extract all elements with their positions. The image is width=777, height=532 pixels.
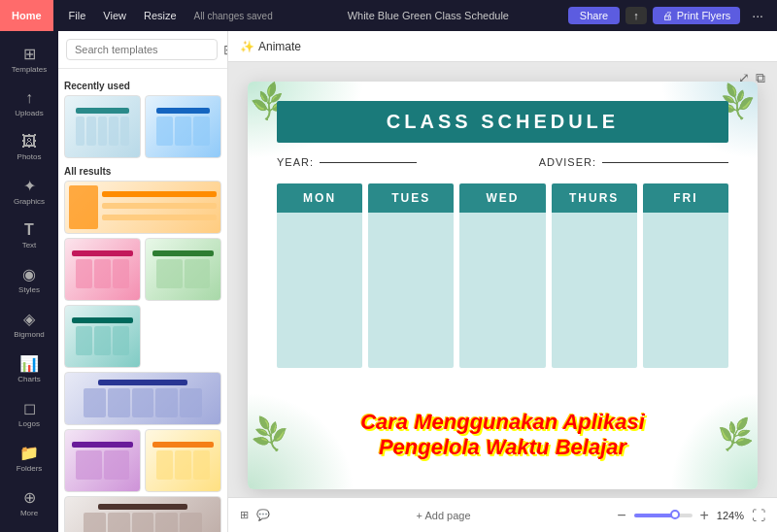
- more-icon: ⊕: [23, 488, 36, 507]
- bottom-left: ⊞ 💬: [240, 509, 270, 521]
- sidebar-item-bigmond[interactable]: ◈ Bigmond: [3, 304, 55, 345]
- template-thumb-9[interactable]: [145, 429, 221, 492]
- animate-label: Animate: [258, 40, 301, 53]
- home-button[interactable]: Home: [0, 0, 53, 31]
- zoom-thumb: [670, 510, 680, 519]
- day-header-fri: FRI: [643, 183, 728, 213]
- menu-changes: All changes saved: [186, 11, 281, 21]
- photos-icon: 🖼: [21, 133, 37, 150]
- day-col-fri: FRI: [643, 183, 728, 368]
- charts-icon: 📊: [19, 354, 39, 373]
- sidebar-item-graphics[interactable]: ✦ Graphics: [3, 171, 55, 212]
- sidebar-item-photos[interactable]: 🖼 Photos: [3, 127, 55, 167]
- template-thumb-5[interactable]: [145, 238, 221, 301]
- top-menu: File View Resize All changes saved: [53, 10, 288, 21]
- sidebar-label-graphics: Graphics: [14, 197, 45, 206]
- menu-resize[interactable]: Resize: [136, 10, 185, 21]
- sidebar-item-more[interactable]: ⊕ More: [3, 482, 55, 523]
- topbar: Home File View Resize All changes saved …: [0, 0, 777, 31]
- schedule-grid: MON TUES WED THURS: [277, 183, 728, 368]
- overlay-text: Cara Menggunakan Aplikasi Pengelola Wakt…: [267, 410, 738, 460]
- sidebar-item-logos[interactable]: ◻ Logos: [3, 393, 55, 434]
- adviser-meta: ADVISER:: [539, 156, 728, 168]
- template-thumb-10[interactable]: [64, 496, 221, 532]
- zoom-in-button[interactable]: +: [700, 507, 709, 524]
- sidebar-label-text: Text: [22, 241, 37, 249]
- logos-icon: ◻: [23, 399, 36, 417]
- sidebar-label-uploads: Uploads: [15, 109, 43, 117]
- adviser-line: [602, 162, 728, 163]
- share-button[interactable]: Share: [568, 7, 620, 24]
- all-results-grid: [64, 181, 221, 532]
- template-thumb-1[interactable]: [64, 95, 141, 158]
- bottom-bar: ⊞ 💬 + Add page − + 124% ⛶: [228, 497, 777, 532]
- template-thumb-6[interactable]: [64, 305, 141, 368]
- upload-button[interactable]: ↑: [625, 7, 647, 24]
- template-thumb-8[interactable]: [64, 429, 141, 492]
- sidebar-item-text[interactable]: T Text: [3, 216, 55, 255]
- sidebar-item-folders[interactable]: 📁 Folders: [3, 438, 55, 479]
- all-results-label: All results: [64, 166, 221, 177]
- day-col-tues: TUES: [368, 183, 454, 368]
- overlay-line1: Cara Menggunakan Aplikasi: [267, 410, 738, 435]
- more-options-button[interactable]: ···: [746, 8, 769, 23]
- schedule-card: 🌿 🌿 🌿 🌿 CLASS SCHEDULE YEAR: ADVISER:: [248, 82, 758, 489]
- zoom-slider[interactable]: [634, 514, 693, 517]
- template-thumb-7[interactable]: [64, 372, 221, 425]
- sidebar-label-logos: Logos: [18, 419, 40, 428]
- templates-panel: ⊟ Recently used: [58, 31, 228, 532]
- notes-icon: 💬: [256, 509, 270, 521]
- day-body-thurs: [552, 213, 637, 368]
- day-col-thurs: THURS: [552, 183, 637, 368]
- zoom-out-button[interactable]: −: [617, 507, 625, 524]
- main-layout: ⊞ Templates ↑ Uploads 🖼 Photos ✦ Graphic…: [0, 31, 777, 532]
- bigmond-icon: ◈: [23, 310, 35, 328]
- fullscreen-button[interactable]: ⛶: [752, 508, 765, 523]
- sidebar-item-uploads[interactable]: ↑ Uploads: [3, 83, 55, 123]
- templates-icon: ⊞: [23, 45, 36, 63]
- template-thumb-2[interactable]: [145, 95, 221, 158]
- menu-file[interactable]: File: [61, 10, 94, 21]
- home-label: Home: [12, 10, 42, 21]
- canvas-toolbar: ✨ Animate: [228, 31, 777, 62]
- template-thumb-3[interactable]: [64, 181, 221, 234]
- day-body-wed: [459, 213, 545, 368]
- printer-icon: 🖨: [662, 10, 673, 21]
- canvas-area: ✨ Animate ⤢ ⧉ 🌿 🌿 🌿 🌿 CLASS S: [228, 31, 777, 532]
- document-title: White Blue Green Class Schedule: [288, 10, 568, 21]
- sidebar-label-templates: Templates: [12, 65, 47, 74]
- print-flyers-button[interactable]: 🖨 Print Flyers: [653, 7, 741, 24]
- sidebar-label-more: More: [20, 509, 38, 517]
- year-line: [320, 162, 417, 163]
- menu-view[interactable]: View: [95, 10, 134, 21]
- sidebar-item-templates[interactable]: ⊞ Templates: [3, 39, 55, 80]
- sidebar-label-charts: Charts: [17, 375, 41, 383]
- zoom-fill: [634, 514, 675, 517]
- year-label: YEAR:: [277, 156, 314, 168]
- sidebar: ⊞ Templates ↑ Uploads 🖼 Photos ✦ Graphic…: [0, 31, 58, 532]
- search-input[interactable]: [66, 39, 218, 60]
- day-header-mon: MON: [277, 183, 362, 213]
- sidebar-label-bigmond: Bigmond: [14, 330, 45, 339]
- topbar-actions: Share ↑ 🖨 Print Flyers ···: [568, 7, 777, 24]
- recently-used-label: Recently used: [64, 81, 221, 91]
- zoom-level: 124%: [717, 510, 744, 521]
- sidebar-item-charts[interactable]: 📊 Charts: [3, 349, 55, 389]
- card-meta: YEAR: ADVISER:: [277, 156, 728, 168]
- schedule-title: CLASS SCHEDULE: [277, 101, 728, 143]
- day-header-tues: TUES: [368, 183, 454, 213]
- sidebar-label-photos: Photos: [17, 152, 42, 161]
- grid-icon: ⊞: [240, 509, 249, 521]
- animate-button[interactable]: ✨ Animate: [240, 40, 301, 53]
- sidebar-item-styles[interactable]: ◉ Styles: [3, 259, 55, 300]
- folders-icon: 📁: [19, 444, 39, 462]
- year-meta: YEAR:: [277, 156, 417, 168]
- add-page-button[interactable]: + Add page: [417, 510, 471, 521]
- template-thumb-4[interactable]: [64, 238, 141, 301]
- canvas-scroll[interactable]: ⤢ ⧉ 🌿 🌿 🌿 🌿 CLASS SCHEDULE YEAR: [228, 62, 777, 497]
- sidebar-label-folders: Folders: [17, 464, 43, 473]
- day-body-mon: [277, 213, 362, 368]
- styles-icon: ◉: [22, 265, 36, 283]
- animate-icon: ✨: [240, 40, 254, 53]
- day-body-fri: [643, 213, 728, 368]
